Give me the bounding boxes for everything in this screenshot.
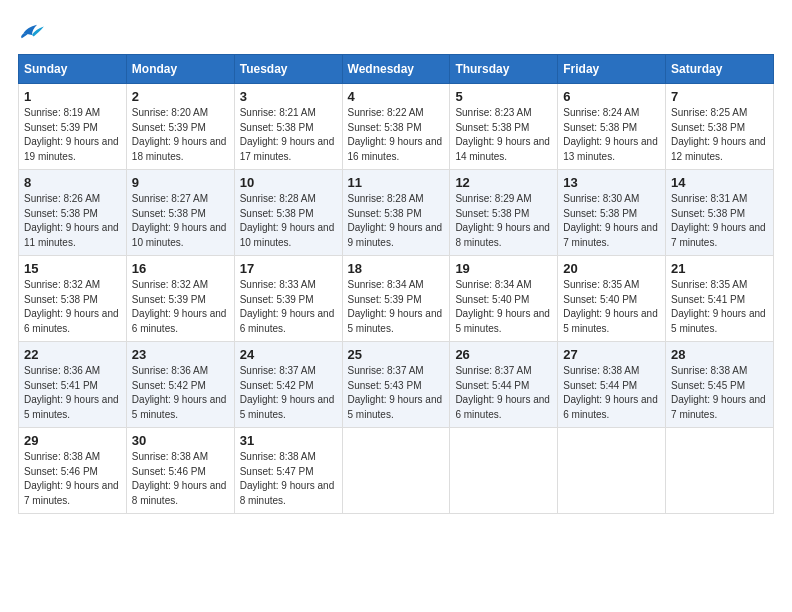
calendar-day-cell: 19 Sunrise: 8:34 AMSunset: 5:40 PMDaylig… [450,256,558,342]
day-detail: Sunrise: 8:30 AMSunset: 5:38 PMDaylight:… [563,193,658,248]
day-detail: Sunrise: 8:21 AMSunset: 5:38 PMDaylight:… [240,107,335,162]
day-detail: Sunrise: 8:24 AMSunset: 5:38 PMDaylight:… [563,107,658,162]
day-number: 9 [132,175,229,190]
header [18,18,774,40]
calendar-day-cell: 5 Sunrise: 8:23 AMSunset: 5:38 PMDayligh… [450,84,558,170]
weekday-header-monday: Monday [126,55,234,84]
calendar-day-cell: 20 Sunrise: 8:35 AMSunset: 5:40 PMDaylig… [558,256,666,342]
calendar-day-cell: 30 Sunrise: 8:38 AMSunset: 5:46 PMDaylig… [126,428,234,514]
weekday-header-saturday: Saturday [666,55,774,84]
day-detail: Sunrise: 8:34 AMSunset: 5:40 PMDaylight:… [455,279,550,334]
calendar-day-cell: 8 Sunrise: 8:26 AMSunset: 5:38 PMDayligh… [19,170,127,256]
day-detail: Sunrise: 8:29 AMSunset: 5:38 PMDaylight:… [455,193,550,248]
empty-cell [558,428,666,514]
day-detail: Sunrise: 8:38 AMSunset: 5:46 PMDaylight:… [132,451,227,506]
day-detail: Sunrise: 8:26 AMSunset: 5:38 PMDaylight:… [24,193,119,248]
empty-cell [666,428,774,514]
calendar-day-cell: 18 Sunrise: 8:34 AMSunset: 5:39 PMDaylig… [342,256,450,342]
empty-cell [342,428,450,514]
calendar-day-cell: 1 Sunrise: 8:19 AMSunset: 5:39 PMDayligh… [19,84,127,170]
day-number: 3 [240,89,337,104]
calendar-day-cell: 9 Sunrise: 8:27 AMSunset: 5:38 PMDayligh… [126,170,234,256]
calendar-day-cell: 16 Sunrise: 8:32 AMSunset: 5:39 PMDaylig… [126,256,234,342]
calendar-day-cell: 21 Sunrise: 8:35 AMSunset: 5:41 PMDaylig… [666,256,774,342]
calendar-day-cell: 22 Sunrise: 8:36 AMSunset: 5:41 PMDaylig… [19,342,127,428]
day-detail: Sunrise: 8:36 AMSunset: 5:41 PMDaylight:… [24,365,119,420]
calendar-day-cell: 25 Sunrise: 8:37 AMSunset: 5:43 PMDaylig… [342,342,450,428]
calendar-day-cell: 4 Sunrise: 8:22 AMSunset: 5:38 PMDayligh… [342,84,450,170]
day-number: 5 [455,89,552,104]
day-detail: Sunrise: 8:37 AMSunset: 5:43 PMDaylight:… [348,365,443,420]
weekday-header-thursday: Thursday [450,55,558,84]
calendar-day-cell: 14 Sunrise: 8:31 AMSunset: 5:38 PMDaylig… [666,170,774,256]
day-detail: Sunrise: 8:38 AMSunset: 5:47 PMDaylight:… [240,451,335,506]
day-detail: Sunrise: 8:33 AMSunset: 5:39 PMDaylight:… [240,279,335,334]
calendar-day-cell: 24 Sunrise: 8:37 AMSunset: 5:42 PMDaylig… [234,342,342,428]
day-number: 2 [132,89,229,104]
calendar-week-row: 1 Sunrise: 8:19 AMSunset: 5:39 PMDayligh… [19,84,774,170]
day-detail: Sunrise: 8:27 AMSunset: 5:38 PMDaylight:… [132,193,227,248]
calendar-week-row: 29 Sunrise: 8:38 AMSunset: 5:46 PMDaylig… [19,428,774,514]
day-detail: Sunrise: 8:19 AMSunset: 5:39 PMDaylight:… [24,107,119,162]
day-number: 18 [348,261,445,276]
day-number: 26 [455,347,552,362]
day-detail: Sunrise: 8:37 AMSunset: 5:42 PMDaylight:… [240,365,335,420]
day-detail: Sunrise: 8:22 AMSunset: 5:38 PMDaylight:… [348,107,443,162]
day-number: 8 [24,175,121,190]
day-number: 31 [240,433,337,448]
day-number: 29 [24,433,121,448]
calendar-day-cell: 23 Sunrise: 8:36 AMSunset: 5:42 PMDaylig… [126,342,234,428]
day-number: 19 [455,261,552,276]
day-number: 13 [563,175,660,190]
day-detail: Sunrise: 8:28 AMSunset: 5:38 PMDaylight:… [240,193,335,248]
day-number: 12 [455,175,552,190]
day-number: 16 [132,261,229,276]
day-number: 6 [563,89,660,104]
calendar-day-cell: 10 Sunrise: 8:28 AMSunset: 5:38 PMDaylig… [234,170,342,256]
calendar-day-cell: 17 Sunrise: 8:33 AMSunset: 5:39 PMDaylig… [234,256,342,342]
day-detail: Sunrise: 8:38 AMSunset: 5:46 PMDaylight:… [24,451,119,506]
calendar-body: 1 Sunrise: 8:19 AMSunset: 5:39 PMDayligh… [19,84,774,514]
weekday-header-sunday: Sunday [19,55,127,84]
day-number: 27 [563,347,660,362]
calendar-week-row: 15 Sunrise: 8:32 AMSunset: 5:38 PMDaylig… [19,256,774,342]
calendar-day-cell: 2 Sunrise: 8:20 AMSunset: 5:39 PMDayligh… [126,84,234,170]
day-number: 25 [348,347,445,362]
day-detail: Sunrise: 8:37 AMSunset: 5:44 PMDaylight:… [455,365,550,420]
calendar-day-cell: 27 Sunrise: 8:38 AMSunset: 5:44 PMDaylig… [558,342,666,428]
calendar-day-cell: 15 Sunrise: 8:32 AMSunset: 5:38 PMDaylig… [19,256,127,342]
calendar-day-cell: 26 Sunrise: 8:37 AMSunset: 5:44 PMDaylig… [450,342,558,428]
day-detail: Sunrise: 8:32 AMSunset: 5:39 PMDaylight:… [132,279,227,334]
calendar-day-cell: 12 Sunrise: 8:29 AMSunset: 5:38 PMDaylig… [450,170,558,256]
day-detail: Sunrise: 8:38 AMSunset: 5:44 PMDaylight:… [563,365,658,420]
day-detail: Sunrise: 8:35 AMSunset: 5:41 PMDaylight:… [671,279,766,334]
logo-bird-icon [18,18,46,40]
day-number: 20 [563,261,660,276]
calendar-table: SundayMondayTuesdayWednesdayThursdayFrid… [18,54,774,514]
day-number: 15 [24,261,121,276]
calendar-day-cell: 28 Sunrise: 8:38 AMSunset: 5:45 PMDaylig… [666,342,774,428]
calendar-day-cell: 29 Sunrise: 8:38 AMSunset: 5:46 PMDaylig… [19,428,127,514]
day-number: 4 [348,89,445,104]
day-detail: Sunrise: 8:23 AMSunset: 5:38 PMDaylight:… [455,107,550,162]
weekday-header-tuesday: Tuesday [234,55,342,84]
day-number: 7 [671,89,768,104]
calendar-day-cell: 13 Sunrise: 8:30 AMSunset: 5:38 PMDaylig… [558,170,666,256]
day-number: 1 [24,89,121,104]
weekday-header-friday: Friday [558,55,666,84]
calendar-week-row: 8 Sunrise: 8:26 AMSunset: 5:38 PMDayligh… [19,170,774,256]
calendar-day-cell: 11 Sunrise: 8:28 AMSunset: 5:38 PMDaylig… [342,170,450,256]
day-detail: Sunrise: 8:20 AMSunset: 5:39 PMDaylight:… [132,107,227,162]
page: SundayMondayTuesdayWednesdayThursdayFrid… [0,0,792,524]
calendar-day-cell: 3 Sunrise: 8:21 AMSunset: 5:38 PMDayligh… [234,84,342,170]
calendar-day-cell: 31 Sunrise: 8:38 AMSunset: 5:47 PMDaylig… [234,428,342,514]
day-detail: Sunrise: 8:36 AMSunset: 5:42 PMDaylight:… [132,365,227,420]
logo [18,18,50,40]
day-number: 24 [240,347,337,362]
day-detail: Sunrise: 8:31 AMSunset: 5:38 PMDaylight:… [671,193,766,248]
day-number: 28 [671,347,768,362]
day-detail: Sunrise: 8:25 AMSunset: 5:38 PMDaylight:… [671,107,766,162]
day-number: 10 [240,175,337,190]
day-detail: Sunrise: 8:28 AMSunset: 5:38 PMDaylight:… [348,193,443,248]
day-detail: Sunrise: 8:35 AMSunset: 5:40 PMDaylight:… [563,279,658,334]
